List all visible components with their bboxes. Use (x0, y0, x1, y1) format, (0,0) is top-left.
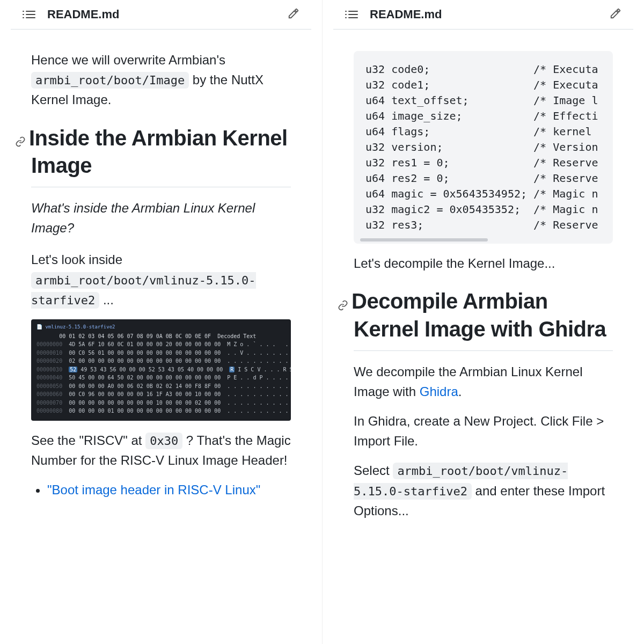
after-code-paragraph: Let's decompile the Kernel Image... (354, 253, 613, 273)
hex-dump: 📄 vmlinuz-5.15.0-starfive2 00 01 02 03 0… (31, 319, 291, 421)
edit-icon[interactable] (288, 8, 299, 21)
inline-code: 0x30 (145, 433, 182, 449)
file-header: README.md (333, 0, 633, 30)
hex-header: 00 01 02 03 04 05 06 07 08 09 0A 0B 0C 0… (36, 332, 286, 341)
link-icon[interactable] (15, 127, 29, 152)
list-item: "Boot image header in RISC-V Linux" (47, 480, 291, 500)
text: . (458, 384, 462, 399)
file-name: README.md (47, 8, 119, 21)
toc-icon[interactable] (348, 9, 360, 20)
divider (31, 187, 291, 187)
pane-right: README.md u32 code0; /* Executa u32 code… (322, 0, 644, 644)
section-heading: Inside the Armbian Kernel Image (31, 125, 291, 178)
text: We decompile the Armbian Linux Kernel Im… (354, 364, 582, 399)
content-right: u32 code0; /* Executa u32 code1; /* Exec… (323, 30, 644, 541)
text: See the "RISCV" at (31, 433, 145, 448)
edit-icon[interactable] (610, 8, 621, 21)
hex-row: 00000030 52 49 53 43 56 00 00 00 52 53 4… (36, 365, 286, 374)
look-paragraph: Let's look inside armbi_root/boot/vmlinu… (31, 250, 291, 310)
boot-header-link[interactable]: "Boot image header in RISC-V Linux" (47, 482, 260, 497)
lead-text: What's inside the Armbian Linux Kernel I… (31, 198, 291, 238)
ghidra-link[interactable]: Ghidra (420, 384, 458, 399)
divider (354, 350, 613, 351)
paragraph: In Ghidra, create a New Project. Click F… (354, 411, 613, 451)
hex-row: 00000040 50 45 00 00 64 50 02 00 00 00 0… (36, 374, 286, 382)
hex-row: 00000020 02 00 00 00 00 00 00 00 00 00 0… (36, 357, 286, 365)
hex-row: 00000060 00 C0 96 00 00 00 00 00 16 1F A… (36, 390, 286, 399)
text: Select (354, 463, 393, 478)
heading-text: Decompile Armbian Kernel Image with Ghid… (352, 289, 606, 340)
inline-code: armbi_root/boot/vmlinuz-5.15.0-starfive2 (31, 272, 256, 309)
hex-row: 00000070 00 00 00 00 00 00 00 00 00 10 0… (36, 399, 286, 407)
hex-row: 00000050 00 00 00 00 A0 00 06 02 0B 02 0… (36, 382, 286, 391)
text: Let's look inside (31, 252, 122, 267)
heading-text: Inside the Armbian Kernel Image (29, 126, 288, 177)
after-hex-paragraph: See the "RISCV" at 0x30 ? That's the Mag… (31, 430, 291, 470)
hex-row: 00000000 4D 5A 6F 10 60 0C 01 00 00 00 2… (36, 340, 286, 349)
link-icon[interactable] (338, 290, 352, 316)
intro-paragraph: Hence we will overwrite Armbian's armbi_… (31, 50, 291, 110)
content-left: Hence we will overwrite Armbian's armbi_… (0, 30, 322, 518)
code-block: u32 code0; /* Executa u32 code1; /* Exec… (354, 51, 613, 244)
hex-row: 00000080 00 00 00 00 01 00 00 00 00 00 0… (36, 407, 286, 415)
pane-left: README.md Hence we will overwrite Armbia… (0, 0, 322, 644)
hex-filename: 📄 vmlinuz-5.15.0-starfive2 (36, 324, 286, 331)
paragraph: Select armbi_root/boot/vmlinuz-5.15.0-st… (354, 460, 613, 521)
inline-code: armbi_root/boot/Image (31, 72, 189, 89)
text: Hence we will overwrite Armbian's (31, 53, 225, 67)
link-list: "Boot image header in RISC-V Linux" (47, 480, 291, 500)
paragraph: We decompile the Armbian Linux Kernel Im… (354, 362, 613, 401)
toc-icon[interactable] (26, 9, 38, 20)
hex-row: 00000010 00 C0 56 01 00 00 00 00 00 00 0… (36, 349, 286, 357)
text: ... (103, 292, 114, 307)
file-name: README.md (370, 8, 442, 21)
file-header: README.md (11, 0, 311, 30)
section-heading: Decompile Armbian Kernel Image with Ghid… (354, 288, 613, 341)
